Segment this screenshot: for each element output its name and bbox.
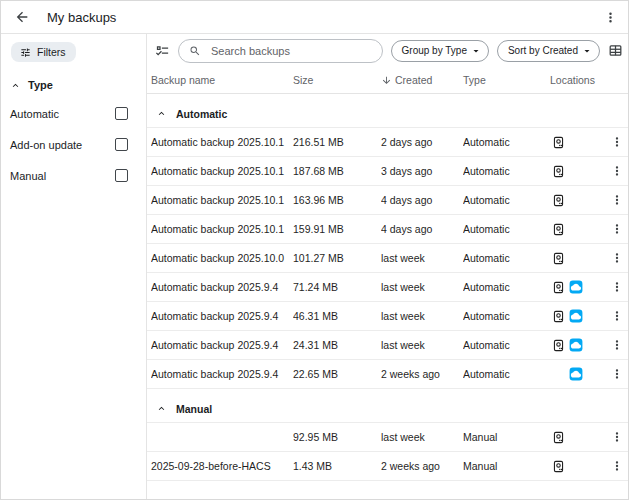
backup-row[interactable]: Automatic backup 2025.10.1163.96 MB4 day… bbox=[147, 186, 628, 215]
filter-section-label: Type bbox=[28, 79, 53, 91]
row-menu-button[interactable] bbox=[610, 338, 624, 352]
row-menu-button[interactable] bbox=[610, 251, 624, 265]
column-header-created[interactable]: Created bbox=[381, 74, 463, 86]
backup-name-cell: Automatic backup 2025.10.1 bbox=[151, 194, 293, 206]
backup-type-cell: Automatic bbox=[463, 310, 547, 322]
sort-by-label: Sort by Created bbox=[508, 45, 578, 56]
backup-name-cell: Automatic backup 2025.9.4 bbox=[151, 368, 293, 380]
arrow-left-icon bbox=[14, 9, 30, 25]
top-app-bar: My backups bbox=[1, 1, 628, 34]
backup-row[interactable]: 2025-09-28-before-HACS1.43 MB2 weeks ago… bbox=[147, 452, 628, 481]
backup-row[interactable]: Automatic backup 2025.9.424.31 MBlast we… bbox=[147, 331, 628, 360]
harddisk-icon bbox=[551, 251, 565, 265]
backup-size-cell: 216.51 MB bbox=[293, 136, 381, 148]
harddisk-icon bbox=[551, 222, 565, 236]
dots-vertical-icon bbox=[610, 459, 624, 473]
sort-by-button[interactable]: Sort by Created bbox=[497, 40, 600, 62]
filter-option-manual[interactable]: Manual bbox=[9, 160, 136, 191]
backup-name-cell: Automatic backup 2025.10.1 bbox=[151, 165, 293, 177]
harddisk-icon bbox=[551, 430, 565, 444]
group-header-automatic[interactable]: Automatic bbox=[147, 100, 628, 128]
backup-locations-cell bbox=[547, 222, 603, 236]
dots-vertical-icon bbox=[610, 309, 624, 323]
backup-row[interactable]: Automatic backup 2025.9.422.65 MB2 weeks… bbox=[147, 360, 628, 389]
dots-vertical-icon bbox=[610, 430, 624, 444]
manual-checkbox[interactable] bbox=[115, 169, 128, 182]
overflow-menu-button[interactable] bbox=[603, 10, 618, 25]
search-input[interactable] bbox=[209, 44, 372, 58]
group-label: Manual bbox=[176, 403, 212, 415]
backup-type-cell: Manual bbox=[463, 431, 547, 443]
backup-type-cell: Automatic bbox=[463, 252, 547, 264]
backup-row[interactable]: Automatic backup 2025.10.1187.68 MB3 day… bbox=[147, 157, 628, 186]
row-menu-button[interactable] bbox=[610, 222, 624, 236]
cloud-icon bbox=[569, 338, 583, 352]
backup-row[interactable]: 92.95 MBlast weekManual bbox=[147, 423, 628, 452]
harddisk-icon bbox=[551, 338, 565, 352]
backup-row[interactable]: Automatic backup 2025.9.471.24 MBlast we… bbox=[147, 273, 628, 302]
backup-locations-cell bbox=[547, 367, 603, 381]
backup-created-cell: 4 days ago bbox=[381, 223, 463, 235]
backup-row[interactable]: Automatic backup 2025.10.0101.27 MBlast … bbox=[147, 244, 628, 273]
harddisk-icon bbox=[551, 135, 565, 149]
addon-update-checkbox[interactable] bbox=[115, 138, 128, 151]
backup-locations-cell bbox=[547, 309, 603, 323]
column-header-type[interactable]: Type bbox=[463, 74, 547, 86]
back-button[interactable] bbox=[14, 9, 30, 25]
backup-type-cell: Manual bbox=[463, 460, 547, 472]
group-header-manual[interactable]: Manual bbox=[147, 395, 628, 423]
group-by-button[interactable]: Group by Type bbox=[391, 40, 489, 62]
backup-type-cell: Automatic bbox=[463, 165, 547, 177]
column-header-name[interactable]: Backup name bbox=[151, 74, 293, 86]
filter-option-addon-update[interactable]: Add-on update bbox=[9, 129, 136, 160]
filter-options: Automatic Add-on update Manual bbox=[9, 98, 136, 191]
customize-table-button[interactable] bbox=[608, 43, 623, 58]
filter-section-type[interactable]: Type bbox=[9, 79, 136, 91]
backup-created-cell: last week bbox=[381, 252, 463, 264]
group-label: Automatic bbox=[176, 108, 227, 120]
backup-locations-cell bbox=[547, 459, 603, 473]
row-menu-button[interactable] bbox=[610, 459, 624, 473]
backup-size-cell: 163.96 MB bbox=[293, 194, 381, 206]
dots-vertical-icon bbox=[610, 251, 624, 265]
backup-created-cell: last week bbox=[381, 339, 463, 351]
table-toolbar: Group by Type Sort by Created bbox=[147, 34, 628, 67]
backup-created-cell: 3 days ago bbox=[381, 165, 463, 177]
automatic-checkbox[interactable] bbox=[115, 107, 128, 120]
chevron-up-icon bbox=[10, 80, 21, 91]
backup-type-cell: Automatic bbox=[463, 223, 547, 235]
row-menu-button[interactable] bbox=[610, 193, 624, 207]
chevron-down-icon bbox=[581, 45, 593, 57]
backup-locations-cell bbox=[547, 430, 603, 444]
list-checks-icon bbox=[155, 43, 170, 58]
row-menu-button[interactable] bbox=[610, 135, 624, 149]
backup-row[interactable]: Automatic backup 2025.10.1159.91 MB4 day… bbox=[147, 215, 628, 244]
row-menu-button[interactable] bbox=[610, 430, 624, 444]
backup-created-cell: last week bbox=[381, 431, 463, 443]
dots-vertical-icon bbox=[610, 135, 624, 149]
harddisk-icon bbox=[551, 164, 565, 178]
dots-vertical-icon bbox=[610, 164, 624, 178]
dots-vertical-icon bbox=[610, 222, 624, 236]
page-body: Filters Type Automatic Add-on update bbox=[1, 34, 628, 499]
backup-size-cell: 1.43 MB bbox=[293, 460, 381, 472]
backup-row[interactable]: Automatic backup 2025.10.1216.51 MB2 day… bbox=[147, 128, 628, 157]
filter-option-automatic[interactable]: Automatic bbox=[9, 98, 136, 129]
column-header-locations: Locations bbox=[547, 74, 603, 86]
row-menu-button[interactable] bbox=[610, 280, 624, 294]
row-menu-button[interactable] bbox=[610, 367, 624, 381]
column-header-size[interactable]: Size bbox=[293, 74, 381, 86]
row-menu-button[interactable] bbox=[610, 309, 624, 323]
row-menu-button[interactable] bbox=[610, 164, 624, 178]
dots-vertical-icon bbox=[610, 280, 624, 294]
backup-size-cell: 92.95 MB bbox=[293, 431, 381, 443]
harddisk-icon bbox=[551, 309, 565, 323]
harddisk-icon bbox=[551, 280, 565, 294]
backups-page: My backups Filters Type bbox=[0, 0, 629, 500]
chevron-up-icon bbox=[156, 108, 167, 119]
backup-locations-cell bbox=[547, 193, 603, 207]
selection-mode-button[interactable] bbox=[155, 43, 170, 58]
backup-row[interactable]: Automatic backup 2025.9.446.31 MBlast we… bbox=[147, 302, 628, 331]
filters-button[interactable]: Filters bbox=[11, 42, 76, 62]
backup-type-cell: Automatic bbox=[463, 339, 547, 351]
